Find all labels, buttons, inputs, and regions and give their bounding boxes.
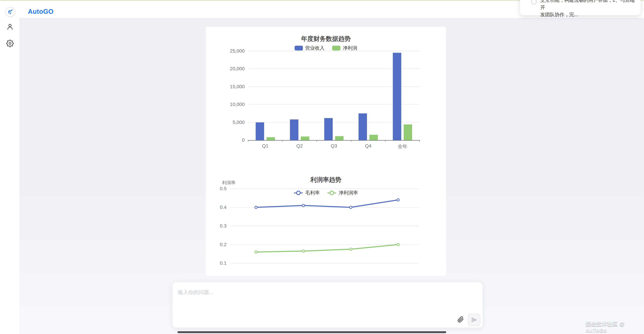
paper-plane-logo-icon [8, 9, 13, 15]
toast-line-1: 交互功能，构建流畅的用户界面；2、与后端开 [540, 0, 638, 11]
line-series-layer [206, 151, 446, 276]
bar[interactable] [290, 120, 298, 140]
line-chart-canvas[interactable]: 0.50.40.30.20.1 [206, 151, 446, 276]
send-button[interactable] [468, 314, 480, 326]
x-axis-tick [282, 140, 282, 142]
data-point-marker[interactable] [397, 243, 399, 246]
bar[interactable] [404, 124, 412, 140]
data-point-marker[interactable] [255, 206, 257, 208]
bar[interactable] [393, 53, 401, 140]
line-series [256, 200, 398, 207]
footer-watermark: 掘金技术社区 @ AuToGo [586, 320, 644, 334]
x-axis-category-label: Q2 [286, 143, 314, 149]
attach-file-button[interactable] [457, 316, 464, 323]
x-axis-category-label: 全年 [389, 143, 416, 150]
x-axis-tick [316, 140, 317, 142]
sidebar [0, 18, 19, 334]
line-series [256, 244, 398, 252]
toast-line-2: 发团队协作，完... [540, 11, 638, 18]
x-axis-category-label: Q3 [320, 143, 348, 149]
send-icon [471, 316, 478, 323]
bar[interactable] [358, 114, 367, 140]
data-point-marker[interactable] [302, 250, 304, 252]
bar[interactable] [370, 135, 378, 140]
bar[interactable] [266, 137, 275, 140]
data-point-marker[interactable] [255, 251, 257, 253]
y-axis-tick-label: 0 [219, 137, 245, 143]
data-point-marker[interactable] [350, 248, 352, 250]
toast-text: 交互功能，构建流畅的用户界面；2、与后端开 发团队协作，完... [540, 0, 638, 18]
horizontal-scrollbar[interactable] [178, 331, 446, 333]
x-axis-line [248, 140, 420, 141]
x-axis-category-label: Q4 [354, 143, 382, 149]
app-title: AutoGO [28, 8, 54, 15]
data-point-marker[interactable] [397, 199, 399, 201]
x-axis-tick [351, 140, 351, 142]
data-point-marker[interactable] [350, 206, 352, 208]
status-circle-icon [531, 0, 537, 4]
assistant-message-card: 年度财务数据趋势 营业收入 净利润 05,00010,00015,00020,0… [206, 27, 446, 276]
bar[interactable] [335, 136, 344, 140]
app-logo-button[interactable] [5, 7, 15, 17]
toast-notification: 交互功能，构建流畅的用户界面；2、与后端开 发团队协作，完... [520, 0, 640, 15]
bar[interactable] [301, 136, 309, 140]
y-axis-tick-label: 25,000 [219, 48, 245, 54]
y-axis-tick-label: 20,000 [219, 66, 245, 72]
sidebar-item-settings[interactable] [6, 39, 14, 48]
data-point-marker[interactable] [302, 204, 304, 207]
bar-chart-canvas[interactable]: 05,00010,00015,00020,00025,000Q1Q2Q3Q4全年 [206, 27, 446, 151]
bar[interactable] [256, 122, 264, 140]
y-axis-tick-label: 5,000 [219, 120, 245, 125]
x-axis-tick [420, 140, 420, 142]
x-axis-tick [248, 140, 248, 142]
y-axis-tick-label: 15,000 [219, 84, 245, 90]
chat-input-card [172, 282, 483, 328]
gear-icon [6, 40, 14, 47]
x-axis-category-label: Q1 [252, 143, 279, 149]
gridline [248, 51, 420, 51]
chat-input[interactable] [178, 288, 454, 315]
paperclip-icon [458, 316, 464, 323]
bar[interactable] [324, 118, 333, 140]
y-axis-tick-label: 10,000 [219, 102, 245, 107]
x-axis-tick [385, 140, 386, 142]
user-icon [6, 23, 14, 30]
sidebar-item-user[interactable] [6, 22, 14, 31]
